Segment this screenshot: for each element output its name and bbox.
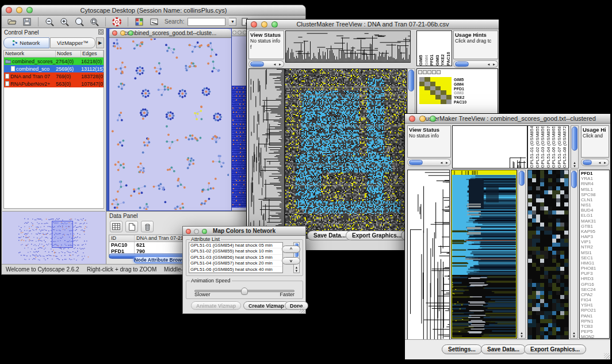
column-label[interactable]: GPL51-08 (GSM872) bbox=[562, 127, 568, 168]
network-window-titlebar[interactable]: combined_scores_good.txt--cluste... bbox=[109, 29, 231, 38]
column-label[interactable]: GPL51-01 (GSM854) bbox=[529, 127, 535, 168]
gene-label[interactable]: TCB3 bbox=[581, 324, 608, 329]
scroll-arrows[interactable]: ▲▼ bbox=[518, 331, 525, 338]
gene-label[interactable]: KAP95 bbox=[581, 229, 608, 234]
col-edges[interactable]: Edges bbox=[81, 51, 104, 57]
gene-label[interactable]: FIG4 bbox=[581, 297, 608, 302]
gene-label[interactable]: CLN1 bbox=[581, 197, 608, 202]
gene-label[interactable]: PEP5 bbox=[581, 329, 608, 334]
move-down-button[interactable]: v bbox=[282, 257, 300, 265]
scroll-arrows[interactable]: ▲▼ bbox=[571, 161, 578, 168]
gene-label[interactable]: BUD4 bbox=[581, 208, 608, 213]
column-label[interactable]: GPL51-02 (GSM855) bbox=[535, 127, 541, 168]
scroll-thumb[interactable] bbox=[571, 171, 577, 188]
network-row-selected[interactable]: combined_sco 2569(6) 13112(15) bbox=[4, 65, 104, 72]
create-attribute-button[interactable] bbox=[125, 221, 138, 232]
zoom-button[interactable] bbox=[430, 116, 436, 122]
row-dendrogram[interactable] bbox=[407, 170, 450, 340]
gene-label[interactable]: PFD1 bbox=[581, 171, 608, 176]
zoom-in-button[interactable] bbox=[59, 17, 70, 27]
col-network[interactable]: Network bbox=[4, 51, 56, 57]
tab-overflow-arrow[interactable]: ▶ bbox=[96, 37, 104, 48]
help-button[interactable] bbox=[111, 17, 123, 27]
id-column-header[interactable]: ID bbox=[109, 235, 135, 242]
zoom-tool-icon[interactable] bbox=[418, 70, 422, 74]
close-button[interactable] bbox=[6, 7, 12, 13]
zoom-button[interactable] bbox=[202, 229, 207, 234]
attribute-item[interactable]: GPL51-01 (GSM854) heat shock 05 min bbox=[189, 243, 282, 248]
node-attribute-browser-tab[interactable]: Node Attribute Brows bbox=[133, 256, 185, 263]
column-label[interactable]: GPL51-06 (GSM865) bbox=[551, 127, 557, 168]
column-label[interactable]: PFD1 bbox=[429, 32, 435, 66]
column-label[interactable]: GIM3 bbox=[435, 32, 441, 66]
gene-label[interactable]: SPC98 bbox=[581, 192, 608, 197]
minimize-button[interactable] bbox=[120, 30, 125, 36]
row-label[interactable]: GIM5 bbox=[454, 78, 466, 82]
treeview1-titlebar[interactable]: ClusterMaker TreeView : DNA and Tran 07-… bbox=[247, 20, 499, 29]
save-data-button[interactable]: Save Data... bbox=[481, 344, 526, 354]
treeview2-titlebar[interactable]: ClusterMaker TreeView : combined_scores_… bbox=[405, 114, 610, 124]
network-graph-canvas[interactable] bbox=[110, 39, 229, 210]
zoom-tool-icon[interactable] bbox=[437, 70, 441, 74]
gene-label[interactable]: MON2 bbox=[581, 334, 608, 339]
gene-label[interactable]: MSI1 bbox=[581, 250, 608, 255]
gene-label[interactable]: SEC1 bbox=[581, 255, 608, 260]
birds-eye-view[interactable] bbox=[2, 211, 105, 264]
scroll-arrows[interactable]: ◄ ► bbox=[439, 161, 450, 164]
scroll-arrows[interactable]: ◄ ► bbox=[273, 63, 284, 66]
zoom-selected-button[interactable] bbox=[89, 17, 100, 27]
minimize-button[interactable] bbox=[16, 7, 22, 13]
export-graphics-button[interactable]: Export Graphics... bbox=[524, 344, 586, 354]
scroll-arrows[interactable]: ◄ ► bbox=[598, 161, 609, 164]
gene-label[interactable]: PHO81 bbox=[581, 266, 608, 271]
zoom-tool-icon[interactable] bbox=[423, 70, 427, 74]
gene-label[interactable]: RNR4 bbox=[581, 181, 608, 186]
export-graphics-button[interactable]: Export Graphics... bbox=[346, 231, 408, 240]
gene-label[interactable]: NTR2 bbox=[581, 244, 608, 250]
main-titlebar[interactable]: Cytoscape Desktop (Session Name: collins… bbox=[2, 5, 305, 16]
minimize-button[interactable] bbox=[419, 116, 426, 122]
network-row[interactable]: RNAPuberNov2+ 563(0) 107847(0) bbox=[4, 80, 104, 87]
heatmap-vscrollbar[interactable]: ▲▼ bbox=[518, 170, 526, 339]
row-label[interactable]: PFD1 bbox=[454, 87, 466, 91]
scroll-thumb[interactable] bbox=[455, 62, 469, 67]
settings-button[interactable]: Settings... bbox=[442, 344, 482, 354]
gene-label[interactable]: YSH1 bbox=[581, 302, 608, 308]
attribute-item[interactable]: GPL51-06 (GSM865) heat shock 40 min bbox=[189, 267, 282, 273]
gene-label[interactable]: VIP1 bbox=[581, 239, 608, 244]
zoom-heatmap[interactable] bbox=[527, 170, 569, 340]
scroll-thumb[interactable] bbox=[250, 62, 264, 67]
attribute-list[interactable]: GPL51-01 (GSM854) heat shock 05 minGPL51… bbox=[189, 242, 283, 273]
network-row[interactable]: combined_scores_ 2764(0) 16218(0) bbox=[4, 58, 104, 65]
create-vizmap-button[interactable]: Create Vizmap bbox=[243, 301, 289, 310]
zoom-button[interactable] bbox=[128, 30, 133, 36]
gene-label[interactable]: HAP3 bbox=[581, 234, 608, 239]
gene-label[interactable]: GTB1 bbox=[581, 224, 608, 229]
labels-vscrollbar[interactable]: ▲▼ bbox=[571, 125, 579, 168]
close-button[interactable] bbox=[409, 116, 415, 122]
scroll-thumb[interactable] bbox=[519, 171, 525, 186]
zoom-button[interactable] bbox=[271, 21, 278, 28]
resize-grip[interactable] bbox=[299, 307, 305, 313]
zoom-tool-icon[interactable] bbox=[432, 70, 436, 74]
close-button[interactable] bbox=[186, 229, 191, 234]
minimize-button[interactable] bbox=[194, 229, 199, 234]
network-row[interactable]: DNA and Tran 07 769(0) 183728(0) bbox=[4, 72, 104, 80]
gene-label[interactable]: MSL1 bbox=[581, 187, 608, 192]
column-label[interactable]: YKE2 bbox=[440, 32, 446, 66]
gene-label[interactable]: CPA2 bbox=[581, 292, 608, 297]
zoom-fit-button[interactable] bbox=[74, 17, 85, 27]
column-label[interactable]: GPL51-07 (GSM868) bbox=[557, 127, 563, 168]
gene-label[interactable]: HRD3 bbox=[581, 276, 608, 281]
dialog-titlebar[interactable]: Map Colors to Network bbox=[183, 227, 305, 236]
gene-list-vscrollbar[interactable]: ▲▼ bbox=[570, 170, 578, 339]
gene-label[interactable]: SEC24 bbox=[581, 287, 608, 292]
column-label[interactable]: PAC10 bbox=[446, 32, 452, 66]
animate-vizmap-button[interactable]: Animate Vizmap bbox=[191, 301, 241, 310]
scroll-thumb[interactable] bbox=[583, 160, 592, 165]
search-input[interactable] bbox=[188, 18, 225, 26]
row-label[interactable]: GIM3 bbox=[454, 91, 466, 95]
gene-label[interactable]: HMG1 bbox=[581, 260, 608, 266]
float-panel-icon[interactable] bbox=[98, 29, 104, 36]
gene-label[interactable]: PUF3 bbox=[581, 271, 608, 276]
